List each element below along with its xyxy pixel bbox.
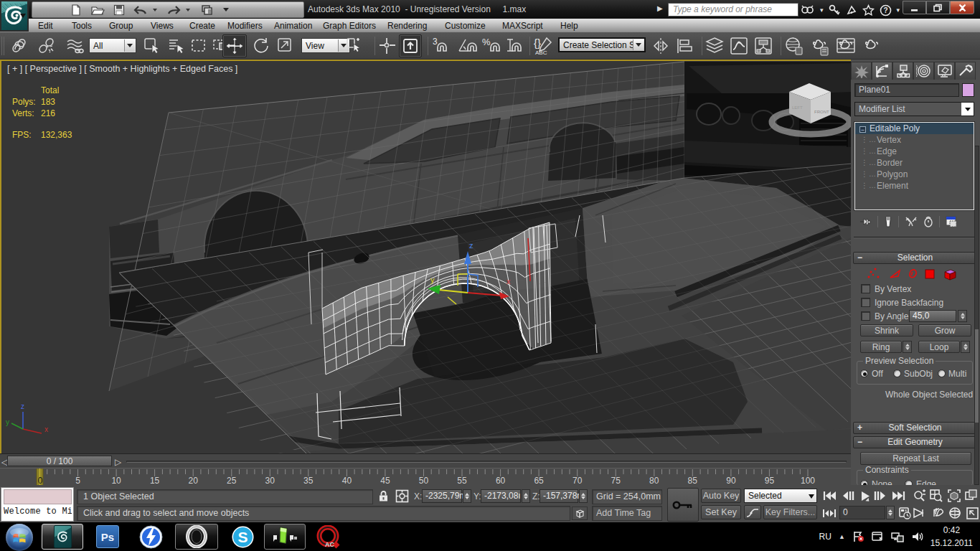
svg-text:Polys:: Polys: xyxy=(12,97,36,107)
svg-text:132,363: 132,363 xyxy=(41,130,72,140)
svg-text:x: x xyxy=(507,277,511,286)
svg-text:Verts:: Verts: xyxy=(12,108,34,118)
svg-text:80: 80 xyxy=(649,476,659,486)
svg-text:30: 30 xyxy=(265,476,275,486)
svg-text:40: 40 xyxy=(342,476,352,486)
svg-text:5: 5 xyxy=(75,476,80,486)
svg-text:AC: AC xyxy=(325,541,334,548)
svg-text:216: 216 xyxy=(41,108,55,118)
svg-text:S: S xyxy=(238,529,248,545)
svg-text:183: 183 xyxy=(41,97,55,107)
svg-text:60: 60 xyxy=(496,476,506,486)
svg-text:y: y xyxy=(6,418,9,426)
svg-text:ABC: ABC xyxy=(535,50,547,56)
svg-text:y: y xyxy=(430,276,435,284)
svg-text:x: x xyxy=(44,425,48,433)
svg-text:75: 75 xyxy=(611,476,621,486)
svg-text:65: 65 xyxy=(534,476,544,486)
svg-text:100: 100 xyxy=(801,476,815,486)
svg-text:z: z xyxy=(469,241,473,250)
svg-text:z: z xyxy=(21,402,24,410)
svg-text:15: 15 xyxy=(150,476,160,486)
svg-text:10: 10 xyxy=(111,476,121,486)
svg-text:FPS:: FPS: xyxy=(12,130,32,140)
svg-text:25: 25 xyxy=(227,476,237,486)
svg-text:50: 50 xyxy=(419,476,429,486)
svg-text:FRONT: FRONT xyxy=(814,110,829,114)
svg-text:[ + ] [ Perspective ] [ Smooth: [ + ] [ Perspective ] [ Smooth + Highlig… xyxy=(7,64,237,74)
svg-text:20: 20 xyxy=(189,476,199,486)
svg-text:Total: Total xyxy=(41,85,59,95)
svg-text:35: 35 xyxy=(303,476,314,486)
svg-text:{}: {} xyxy=(534,37,541,49)
svg-text:85: 85 xyxy=(688,476,698,486)
svg-text:0: 0 xyxy=(38,476,43,486)
svg-text:90: 90 xyxy=(726,476,736,486)
svg-text:55: 55 xyxy=(457,476,467,486)
svg-text:%: % xyxy=(482,37,491,47)
svg-text:LEFT: LEFT xyxy=(792,105,803,110)
svg-text:3: 3 xyxy=(433,37,438,47)
svg-text:70: 70 xyxy=(573,476,583,486)
svg-text:95: 95 xyxy=(765,476,775,486)
svg-text:45: 45 xyxy=(380,476,390,486)
svg-text:?: ? xyxy=(883,6,887,14)
